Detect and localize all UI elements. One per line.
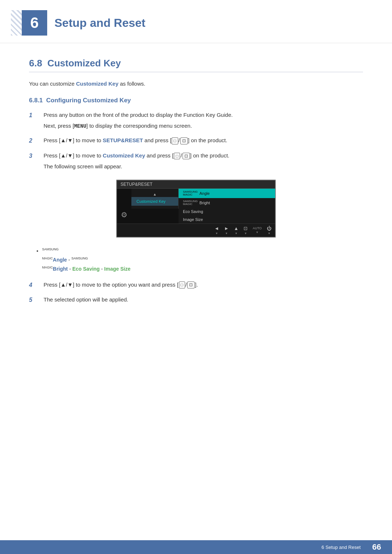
separator-2: - xyxy=(69,266,73,272)
step-4-number: 4 xyxy=(29,280,40,290)
screen-controls: ◄ ▼ ► ▼ ▲ ▼ ⊡ ▼ AUTO ▼ xyxy=(117,223,275,237)
footer-label: 6 Setup and Reset xyxy=(322,545,361,550)
subsection-title: Configuring Customized Key xyxy=(46,97,131,104)
step-5-number: 5 xyxy=(29,295,40,305)
samsung-label-angle: SAMSUNGMAGIC xyxy=(183,190,197,196)
step-1: 1 Press any button on the front of the p… xyxy=(29,111,363,130)
ctrl-power: ⏻ ▼ xyxy=(267,226,271,235)
step-3: 3 Press [▲/▼] to move to Customized Key … xyxy=(29,151,363,171)
step-2: 2 Press [▲/▼] to move to SETUP&RESET and… xyxy=(29,136,363,145)
step-1-sub: Next, press [MENU] to display the corres… xyxy=(44,122,363,130)
gear-icon: ⚙ xyxy=(121,210,127,219)
subsection-heading: 6.8.1 Configuring Customized Key xyxy=(29,97,363,104)
step-1-number: 1 xyxy=(29,111,40,130)
submenu-item-angle: SAMSUNGMAGIC Angle xyxy=(179,189,275,198)
intro-text-before: You can customize xyxy=(29,81,76,87)
section-intro: You can customize Customized Key as foll… xyxy=(29,79,363,88)
subsection-number: 6.8.1 xyxy=(29,97,43,104)
steps-list: 1 Press any button on the front of the p… xyxy=(29,111,363,171)
image-size-text: Image Size xyxy=(104,266,130,272)
main-content: 6.8 Customized Key You can customize Cus… xyxy=(0,47,392,340)
ctrl-enter: ⊡ ▼ xyxy=(244,226,248,235)
ctrl-right: ► ▼ xyxy=(224,226,229,235)
eco-saving-text: Eco Saving xyxy=(72,266,99,272)
ctrl-left: ◄ ▼ xyxy=(215,226,219,235)
section-number: 6.8 xyxy=(29,58,42,69)
intro-highlight: Customized Key xyxy=(76,81,119,87)
separator-1: - xyxy=(68,257,72,263)
menu-left: ▲ Customized Key xyxy=(131,189,179,209)
step-1-content: Press any button on the front of the pro… xyxy=(44,111,363,130)
steps-list-2: 4 Press [▲/▼] to move to the option you … xyxy=(29,280,363,305)
menu-right: SAMSUNGMAGIC Angle SAMSUNGMAGIC Bright E… xyxy=(179,189,275,223)
step-1-main: Press any button on the front of the pro… xyxy=(44,112,233,118)
key-square-2: □ xyxy=(174,153,180,160)
monitor-screenshot: SETUP&RESET ⚙ ▲ Customized Key SAMSUNGMA… xyxy=(116,180,276,238)
gear-icon-area: ⚙ xyxy=(117,189,131,223)
option-bullet-item: SAMSUNGMAGICAngle - SAMSUNGMAGICBright -… xyxy=(42,246,363,274)
key-square-1: □ xyxy=(172,138,178,144)
section-title: Customized Key xyxy=(48,58,121,69)
key-enter-2: ⊡ xyxy=(183,153,190,160)
step-5: 5 The selected option will be applied. xyxy=(29,295,363,305)
submenu-item-image-size: Image Size xyxy=(179,216,275,223)
footer-page-number: 66 xyxy=(372,542,381,552)
monitor-screen: SETUP&RESET ⚙ ▲ Customized Key SAMSUNGMA… xyxy=(116,180,276,238)
chapter-title: Setup and Reset xyxy=(54,16,146,30)
step-2-highlight: SETUP&RESET xyxy=(103,137,143,143)
chapter-number-box: 6 xyxy=(22,10,47,36)
step-4-content: Press [▲/▼] to move to the option you wa… xyxy=(44,280,363,290)
key-enter-1: ⊡ xyxy=(180,138,188,144)
ctrl-up: ▲ ▼ xyxy=(234,226,238,235)
footer-label-area: 6 Setup and Reset 66 xyxy=(322,542,381,552)
chapter-number: 6 xyxy=(30,14,38,32)
step-2-content: Press [▲/▼] to move to SETUP&RESET and p… xyxy=(44,136,363,145)
chapter-header: 6 Setup and Reset xyxy=(0,0,392,43)
step-3-sub: The following screen will appear. xyxy=(44,162,363,171)
page-footer: 6 Setup and Reset 66 xyxy=(0,540,392,554)
menu-item-customized-key: Customized Key xyxy=(131,197,178,206)
submenu-item-eco-saving: Eco Saving xyxy=(179,208,275,216)
angle-text: Angle xyxy=(53,257,67,263)
bright-text: Bright xyxy=(53,266,68,272)
samsung-label-bright: SAMSUNGMAGIC xyxy=(183,200,197,206)
step-4: 4 Press [▲/▼] to move to the option you … xyxy=(29,280,363,290)
key-square-3: □ xyxy=(179,282,185,288)
step-5-content: The selected option will be applied. xyxy=(44,295,363,305)
intro-text-after: as follows. xyxy=(118,81,145,87)
option-bullet-list: SAMSUNGMAGICAngle - SAMSUNGMAGICBright -… xyxy=(42,246,363,274)
step-3-highlight: Customized Key xyxy=(103,152,145,159)
separator-3: - xyxy=(101,266,105,272)
step-3-number: 3 xyxy=(29,151,40,171)
menu-title-bar: SETUP&RESET xyxy=(117,180,275,189)
step-5-main: The selected option will be applied. xyxy=(44,296,128,303)
key-enter-3: ⊡ xyxy=(187,282,195,288)
submenu-item-bright: SAMSUNGMAGIC Bright xyxy=(179,198,275,208)
ctrl-auto: AUTO ▼ xyxy=(253,226,262,234)
step-3-content: Press [▲/▼] to move to Customized Key an… xyxy=(44,151,363,171)
menu-key: MENU xyxy=(74,123,86,129)
step-2-number: 2 xyxy=(29,136,40,145)
section-heading: 6.8 Customized Key xyxy=(29,58,363,72)
menu-arrow-up: ▲ xyxy=(131,192,178,197)
